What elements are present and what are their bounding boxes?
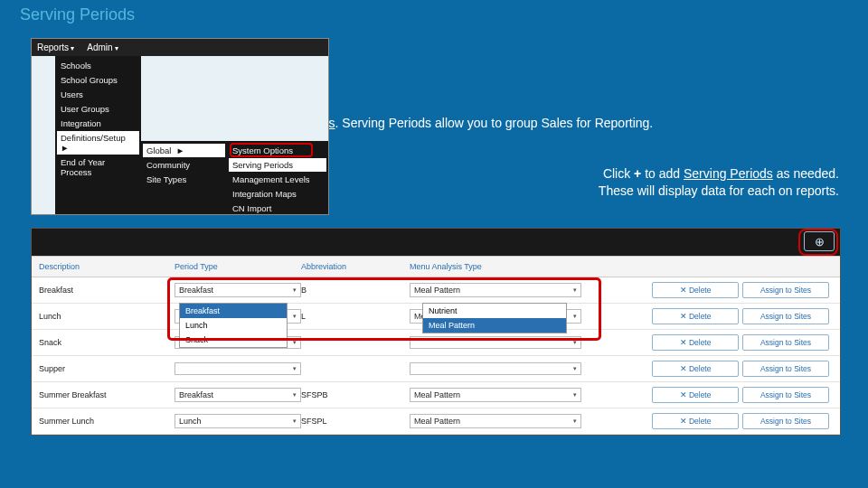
defs-item-global[interactable]: Global ►: [143, 144, 225, 157]
th-abbreviation: Abbreviation: [301, 262, 410, 271]
admin-item[interactable]: User Groups: [61, 104, 136, 114]
period-type-select[interactable]: Breakfast: [175, 388, 301, 402]
highlight-serving-periods: [230, 143, 313, 157]
cell-description: Summer Lunch: [39, 417, 175, 426]
admin-item[interactable]: Schools: [61, 61, 136, 70]
definitions-submenu: Global ► Community Site Types: [141, 141, 227, 214]
delete-button[interactable]: ✕ Delete: [652, 308, 739, 324]
cell-description: Snack: [39, 338, 175, 347]
page-title: Serving Periods: [20, 5, 135, 24]
defs-item[interactable]: Community: [146, 160, 222, 170]
caption-click-plus: Click + to add Serving Periods as needed…: [541, 165, 839, 200]
delete-button[interactable]: ✕ Delete: [652, 282, 739, 298]
menubar-reports[interactable]: Reports: [37, 42, 74, 52]
cell-abbreviation: SFSPB: [301, 390, 410, 399]
defs-item[interactable]: Site Types: [146, 174, 222, 184]
table-row: Summer LunchLunchSFSPLMeal Pattern✕ Dele…: [32, 408, 840, 435]
cell-description: Supper: [39, 364, 175, 373]
global-item[interactable]: CN Import: [232, 203, 323, 213]
th-period-type: Period Type: [175, 262, 301, 271]
highlight-plus: [798, 229, 838, 256]
th-description: Description: [39, 262, 175, 271]
admin-item-definitions[interactable]: Definitions/Setup ►: [57, 131, 139, 155]
delete-button[interactable]: ✕ Delete: [652, 361, 739, 377]
admin-item[interactable]: Integration: [61, 118, 136, 128]
global-item[interactable]: Management Levels: [232, 174, 323, 184]
assign-to-sites-button[interactable]: Assign to Sites: [742, 334, 829, 351]
admin-item[interactable]: End of Year Process: [61, 157, 136, 177]
table-row: Supper✕ DeleteAssign to Sites: [32, 356, 840, 382]
delete-button[interactable]: ✕ Delete: [652, 334, 739, 351]
global-item[interactable]: Integration Maps: [232, 189, 323, 199]
period-type-select[interactable]: Lunch: [175, 414, 301, 428]
admin-submenu: Schools School Groups Users User Groups …: [55, 56, 141, 214]
meal-analysis-select[interactable]: [410, 362, 581, 375]
cell-abbreviation: SFSPL: [301, 417, 410, 426]
assign-to-sites-button[interactable]: Assign to Sites: [742, 282, 829, 298]
table-header: Description Period Type Abbreviation Men…: [32, 256, 840, 277]
cell-description: Summer Breakfast: [39, 390, 175, 399]
highlight-row-fields: [167, 277, 601, 341]
admin-item[interactable]: School Groups: [61, 75, 136, 85]
assign-to-sites-button[interactable]: Assign to Sites: [742, 413, 829, 429]
admin-item[interactable]: Users: [61, 89, 136, 99]
meal-analysis-select[interactable]: Meal Pattern: [410, 388, 581, 402]
cell-description: Lunch: [39, 312, 175, 321]
serving-periods-table: ⊕ Description Period Type Abbreviation M…: [31, 228, 841, 436]
menubar-admin[interactable]: Admin: [87, 42, 118, 52]
global-item-serving-periods[interactable]: Serving Periods: [229, 158, 326, 172]
table-row: Summer BreakfastBreakfastSFSPBMeal Patte…: [32, 382, 840, 408]
delete-button[interactable]: ✕ Delete: [652, 387, 739, 403]
assign-to-sites-button[interactable]: Assign to Sites: [742, 387, 829, 403]
period-type-select[interactable]: [175, 362, 301, 375]
delete-button[interactable]: ✕ Delete: [652, 413, 739, 429]
assign-to-sites-button[interactable]: Assign to Sites: [742, 361, 829, 377]
assign-to-sites-button[interactable]: Assign to Sites: [742, 308, 829, 324]
menubar: Reports Admin: [32, 39, 328, 56]
th-menu-analysis: Menu Analysis Type: [410, 262, 581, 271]
meal-analysis-select[interactable]: Meal Pattern: [410, 414, 581, 428]
cell-description: Breakfast: [39, 286, 175, 295]
admin-menu-screenshot: Reports Admin Schools School Groups User…: [31, 38, 329, 215]
table-action-bar: ⊕: [32, 229, 840, 256]
